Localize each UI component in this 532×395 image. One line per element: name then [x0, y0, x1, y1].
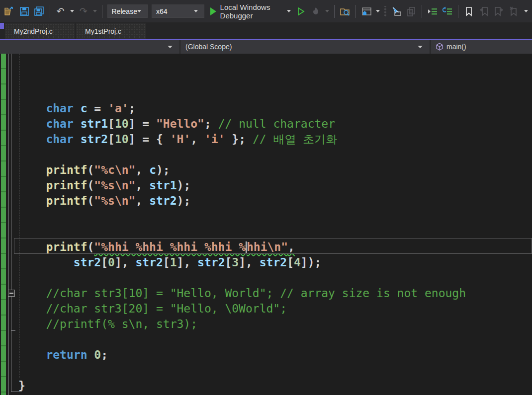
redo-icon: ↷ — [80, 6, 88, 16]
code-token: , — [135, 163, 149, 176]
code-token: str2 — [135, 256, 163, 269]
code-token: [ — [287, 256, 294, 269]
platform-label: x64 — [156, 7, 168, 15]
next-bookmark-button[interactable] — [492, 4, 506, 19]
code-token: 10 — [115, 117, 129, 130]
scope-dropdown[interactable]: (Global Scope) — [180, 40, 430, 54]
start-without-debugging-button[interactable] — [294, 4, 308, 19]
tab-my1stproj[interactable]: My1stProj.c — [76, 23, 146, 39]
code-token: ; — [129, 102, 136, 115]
tab-my2ndproj[interactable]: My2ndProj.c — [5, 23, 75, 39]
code-token: ( — [87, 194, 94, 207]
start-debugging-button[interactable]: Local Windows Debugger — [210, 4, 293, 19]
tab-label: My2ndProj.c — [14, 27, 53, 35]
code-token: , — [190, 133, 204, 146]
code-token: ); — [156, 163, 170, 176]
code-token: 'i' — [204, 133, 225, 146]
code-token: str2 — [81, 133, 108, 146]
toolbar-overflow-caret[interactable] — [524, 10, 528, 12]
uncomment-lines-button[interactable] — [441, 4, 454, 19]
code-line — [18, 224, 532, 239]
copy-disabled-icon — [405, 6, 417, 17]
uncomment-lines-icon — [442, 6, 453, 17]
code-token: }; — [225, 133, 252, 146]
copy-parallel-button[interactable] — [404, 4, 418, 19]
debug-target-caret-icon — [287, 10, 291, 12]
undo-dropdown-caret[interactable] — [70, 10, 74, 12]
document-tab-strip: My2ndProj.c My1stProj.c — [0, 22, 532, 40]
toolbar-separator — [50, 5, 50, 18]
open-file-button[interactable] — [2, 4, 16, 19]
select-element-button[interactable] — [389, 4, 403, 19]
code-line: return 0; — [18, 347, 532, 363]
code-token — [18, 317, 46, 330]
code-editor[interactable]: char c = 'a'; char str1[10] = "Hello"; /… — [0, 54, 532, 395]
code-token: 1 — [170, 256, 177, 269]
tab-label: My1stProj.c — [85, 27, 121, 35]
code-token: c — [149, 163, 156, 176]
code-token: printf — [46, 194, 87, 207]
comment-lines-button[interactable] — [426, 4, 440, 19]
code-token: ); — [177, 194, 191, 207]
code-token: , — [135, 179, 149, 192]
solution-configuration-combo[interactable]: Release — [107, 4, 148, 18]
hot-reload-button[interactable] — [309, 4, 323, 19]
code-token: ], — [239, 256, 260, 269]
pointer-select-icon — [390, 6, 402, 17]
code-token: printf — [46, 240, 87, 253]
code-token: //char str3[10] = "Hello, World"; // arr… — [46, 287, 466, 300]
start-without-debugging-icon — [296, 6, 306, 16]
code-line — [18, 332, 532, 347]
code-token — [18, 117, 46, 130]
code-line: char str2[10] = { 'H', 'i' }; // 배열 초기화 — [18, 132, 532, 147]
code-token: // null character — [218, 117, 335, 130]
toolbar-separator — [334, 5, 335, 18]
code-token: hhi\n" — [247, 240, 288, 253]
vs-window: ↶ ↷ Release x64 Local Windows Debugger — [0, 0, 532, 395]
redo-button[interactable]: ↷ — [77, 4, 90, 19]
platform-caret-icon — [194, 10, 198, 12]
save-button[interactable] — [17, 4, 31, 19]
code-token: str2 — [260, 256, 287, 269]
find-in-files-button[interactable] — [338, 4, 352, 19]
code-token: str2 — [197, 256, 225, 269]
code-token: ]); — [301, 256, 322, 269]
code-token: "%hhi %hhi %hhi %hhi % — [94, 240, 246, 253]
code-token — [87, 348, 94, 361]
undo-icon: ↶ — [57, 6, 65, 16]
solution-platform-combo[interactable]: x64 — [152, 4, 204, 18]
toggle-bookmark-button[interactable] — [462, 4, 476, 19]
member-label: main() — [446, 43, 466, 51]
code-line — [18, 363, 532, 378]
code-token: "Hello" — [156, 117, 204, 130]
code-token: c — [81, 102, 88, 115]
code-token: 10 — [115, 133, 129, 146]
sync-with-active-document-button[interactable] — [359, 4, 373, 19]
member-dropdown[interactable]: main() — [431, 40, 532, 54]
code-line: char c = 'a'; — [18, 101, 532, 116]
code-token: 0 — [94, 348, 101, 361]
clear-bookmarks-button[interactable] — [507, 4, 521, 19]
project-dropdown[interactable] — [0, 40, 179, 54]
code-token: ] = — [129, 117, 156, 130]
code-line-current: printf("%hhi %hhi %hhi %hhi %hhi\n", — [18, 239, 532, 255]
code-area[interactable]: char c = 'a'; char str1[10] = "Hello"; /… — [0, 55, 532, 395]
undo-button[interactable]: ↶ — [54, 4, 68, 19]
project-caret-icon — [168, 46, 173, 48]
code-token: ); — [177, 179, 191, 192]
code-token: str1 — [81, 117, 108, 130]
code-token — [18, 163, 46, 176]
home-window-caret[interactable] — [376, 10, 380, 12]
code-token — [18, 287, 46, 300]
grip-dots-icon — [384, 6, 387, 17]
code-token — [18, 102, 46, 115]
code-token: , — [288, 240, 295, 253]
previous-bookmark-button[interactable] — [477, 4, 491, 19]
code-token: = — [88, 102, 108, 115]
code-token: ( — [87, 179, 94, 192]
hot-reload-caret[interactable] — [325, 10, 329, 12]
redo-dropdown-caret[interactable] — [93, 10, 97, 12]
code-token: ( — [87, 163, 94, 176]
code-token — [18, 348, 46, 361]
save-all-button[interactable] — [32, 4, 46, 19]
